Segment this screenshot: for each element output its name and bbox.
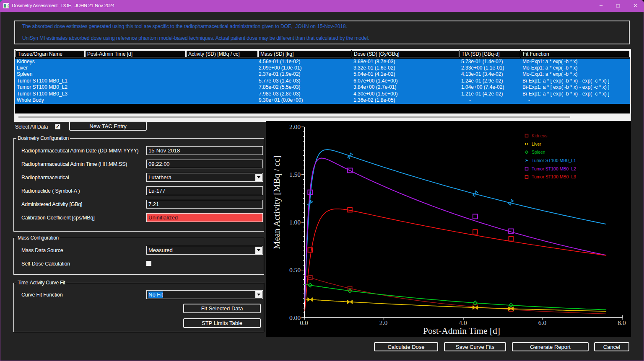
svg-text:4.0: 4.0 bbox=[459, 319, 467, 326]
svg-text:Tumor ST100 MB0_L1: Tumor ST100 MB0_L1 bbox=[532, 158, 576, 163]
svg-text:0.00: 0.00 bbox=[289, 314, 301, 321]
svg-text:2.00: 2.00 bbox=[289, 123, 301, 130]
svg-text:Spleen: Spleen bbox=[532, 150, 545, 155]
svg-text:Post-Admin Time [d]: Post-Admin Time [d] bbox=[423, 326, 500, 336]
svg-text:2.0: 2.0 bbox=[379, 319, 388, 326]
svg-text:1.50: 1.50 bbox=[289, 171, 301, 178]
svg-text:Mean Activity [MBq / cc]: Mean Activity [MBq / cc] bbox=[272, 155, 282, 249]
svg-text:Tumor ST100 MB0_L3: Tumor ST100 MB0_L3 bbox=[532, 174, 576, 179]
svg-text:0.0: 0.0 bbox=[300, 319, 308, 326]
svg-text:6.0: 6.0 bbox=[538, 319, 547, 326]
svg-text:Kidneys: Kidneys bbox=[532, 133, 547, 138]
svg-text:0.50: 0.50 bbox=[289, 266, 301, 273]
svg-text:Tumor ST100 MB0_L2: Tumor ST100 MB0_L2 bbox=[532, 166, 576, 171]
svg-text:Liver: Liver bbox=[532, 142, 541, 147]
svg-text:1.00: 1.00 bbox=[289, 219, 301, 226]
svg-text:8.0: 8.0 bbox=[618, 319, 626, 326]
